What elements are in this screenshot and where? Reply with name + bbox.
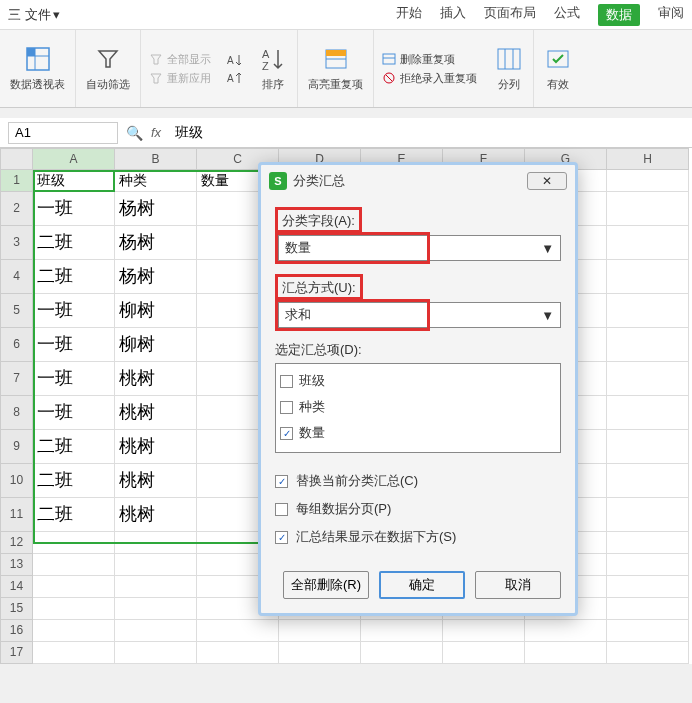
tab-formula[interactable]: 公式 [554,4,580,26]
col-header-H[interactable]: H [607,148,689,170]
item-class[interactable]: 班级 [280,368,556,394]
cell[interactable]: 二班 [33,464,115,498]
cell[interactable]: 一班 [33,328,115,362]
cell[interactable] [607,554,689,576]
row-header[interactable]: 17 [0,642,33,664]
cell[interactable]: 班级 [33,170,115,192]
tab-insert[interactable]: 插入 [440,4,466,26]
cell[interactable]: 二班 [33,498,115,532]
cell[interactable] [443,642,525,664]
cell[interactable] [33,554,115,576]
fx-icon[interactable]: fx [151,125,161,140]
cell[interactable] [607,430,689,464]
checkbox[interactable] [275,503,288,516]
row-header[interactable]: 11 [0,498,33,532]
cell[interactable] [607,464,689,498]
cell[interactable] [607,362,689,396]
cell[interactable] [607,396,689,430]
method-dropdown-arrow-area[interactable]: ▼ [430,302,561,328]
cell[interactable]: 杨树 [115,260,197,294]
row-header[interactable]: 7 [0,362,33,396]
cell[interactable] [607,598,689,620]
cell[interactable] [607,532,689,554]
dialog-titlebar[interactable]: S 分类汇总 ✕ [261,165,575,197]
opt-replace[interactable]: ✓ 替换当前分类汇总(C) [275,467,561,495]
row-header[interactable]: 9 [0,430,33,464]
col-header-B[interactable]: B [115,148,197,170]
ribbon-highlight-dup[interactable]: 高亮重复项 [298,30,374,107]
cell[interactable] [607,642,689,664]
cell[interactable]: 桃树 [115,498,197,532]
tab-layout[interactable]: 页面布局 [484,4,536,26]
cell[interactable]: 桃树 [115,464,197,498]
cell[interactable] [115,620,197,642]
cell[interactable]: 二班 [33,226,115,260]
row-header[interactable]: 15 [0,598,33,620]
method-dropdown[interactable]: 求和 [278,302,427,328]
cell[interactable]: 桃树 [115,396,197,430]
items-listbox[interactable]: 班级 种类 ✓ 数量 [275,363,561,453]
tab-start[interactable]: 开始 [396,4,422,26]
cell[interactable] [33,642,115,664]
cell[interactable]: 柳树 [115,294,197,328]
tab-review[interactable]: 审阅 [658,4,684,26]
cell[interactable] [197,620,279,642]
name-box[interactable]: A1 [8,122,118,144]
ribbon-reapply[interactable]: 重新应用 [149,71,211,86]
cell[interactable]: 杨树 [115,192,197,226]
row-header[interactable]: 10 [0,464,33,498]
cell[interactable] [607,226,689,260]
row-header[interactable]: 14 [0,576,33,598]
cell[interactable] [607,328,689,362]
ribbon-reject-dup[interactable]: 拒绝录入重复项 [382,71,477,86]
cell[interactable] [33,598,115,620]
cell[interactable] [607,498,689,532]
cell[interactable] [279,642,361,664]
cell[interactable] [361,620,443,642]
cancel-button[interactable]: 取消 [475,571,561,599]
ribbon-split-col[interactable]: 分列 [485,30,534,107]
cell[interactable] [115,598,197,620]
ribbon-remove-dup[interactable]: 删除重复项 [382,52,477,67]
opt-below[interactable]: ✓ 汇总结果显示在数据下方(S) [275,523,561,551]
cell[interactable] [525,642,607,664]
cell[interactable] [115,642,197,664]
cell[interactable] [607,260,689,294]
field-dropdown-arrow-area[interactable]: ▼ [430,235,561,261]
formula-input[interactable] [169,122,684,144]
cell[interactable] [33,576,115,598]
ribbon-validation[interactable]: 有效 [534,30,582,107]
cell[interactable] [525,620,607,642]
delete-all-button[interactable]: 全部删除(R) [283,571,369,599]
cell[interactable] [607,576,689,598]
checkbox-checked[interactable]: ✓ [280,427,293,440]
row-header[interactable]: 6 [0,328,33,362]
col-header-A[interactable]: A [33,148,115,170]
row-header[interactable]: 13 [0,554,33,576]
cell[interactable] [443,620,525,642]
tab-data[interactable]: 数据 [598,4,640,26]
cell[interactable]: 种类 [115,170,197,192]
checkbox-checked[interactable]: ✓ [275,475,288,488]
cell[interactable]: 柳树 [115,328,197,362]
cell[interactable] [607,170,689,192]
cell[interactable]: 桃树 [115,430,197,464]
cell[interactable]: 一班 [33,362,115,396]
row-header[interactable]: 3 [0,226,33,260]
row-header[interactable]: 12 [0,532,33,554]
cell[interactable] [279,620,361,642]
cell[interactable] [607,294,689,328]
cell[interactable]: 桃树 [115,362,197,396]
item-qty[interactable]: ✓ 数量 [280,420,556,446]
ok-button[interactable]: 确定 [379,571,465,599]
checkbox-checked[interactable]: ✓ [275,531,288,544]
ribbon-sort[interactable]: AZ 排序 [249,30,298,107]
ribbon-pivot[interactable]: 数据透视表 [0,30,76,107]
cell[interactable] [607,620,689,642]
cell[interactable] [115,532,197,554]
row-header[interactable]: 8 [0,396,33,430]
ribbon-showall[interactable]: 全部显示 [149,52,211,67]
item-type[interactable]: 种类 [280,394,556,420]
row-header[interactable]: 2 [0,192,33,226]
file-menu[interactable]: 三 文件 ▾ [8,6,60,24]
